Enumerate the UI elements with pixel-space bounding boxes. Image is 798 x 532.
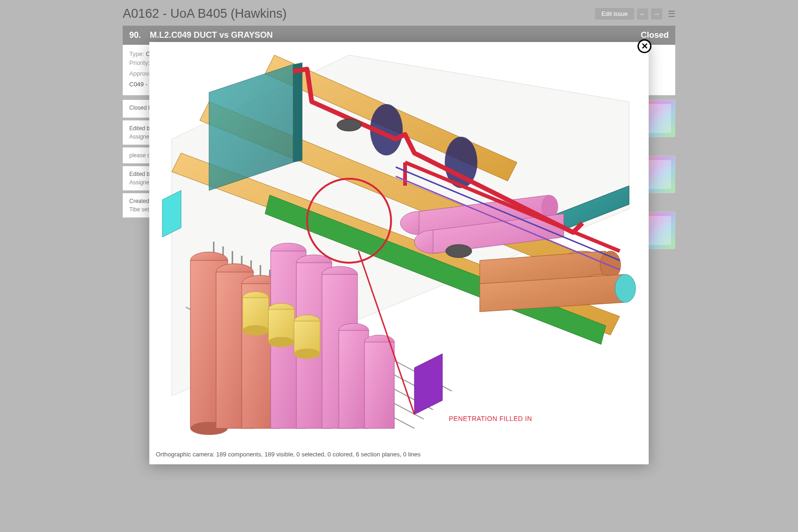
bim-3d-view bbox=[153, 46, 645, 444]
svg-rect-51 bbox=[364, 342, 394, 428]
image-modal: ✕ bbox=[149, 42, 649, 464]
svg-point-54 bbox=[243, 325, 269, 336]
modal-footer-text: Orthographic camera: 189 components, 189… bbox=[149, 448, 649, 458]
svg-point-63 bbox=[446, 245, 472, 258]
svg-point-13 bbox=[615, 274, 636, 302]
modal-image: PENETRATION FILLED IN bbox=[149, 42, 649, 448]
svg-marker-34 bbox=[414, 354, 442, 414]
svg-rect-49 bbox=[339, 330, 369, 428]
svg-marker-6 bbox=[293, 63, 302, 162]
annotation-label: PENETRATION FILLED IN bbox=[449, 415, 532, 422]
close-icon[interactable]: ✕ bbox=[637, 39, 651, 53]
modal-backdrop: ✕ bbox=[0, 0, 798, 532]
svg-point-60 bbox=[294, 349, 320, 359]
svg-point-64 bbox=[337, 119, 361, 131]
svg-point-57 bbox=[268, 337, 294, 347]
